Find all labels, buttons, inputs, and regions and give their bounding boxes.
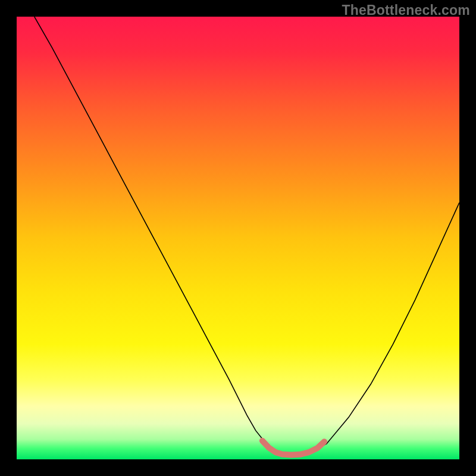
chart-svg (17, 17, 459, 459)
gradient-background (17, 17, 459, 459)
watermark-text: TheBottleneck.com (342, 2, 470, 18)
plot-area (17, 17, 459, 459)
chart-frame: TheBottleneck.com (0, 0, 476, 476)
